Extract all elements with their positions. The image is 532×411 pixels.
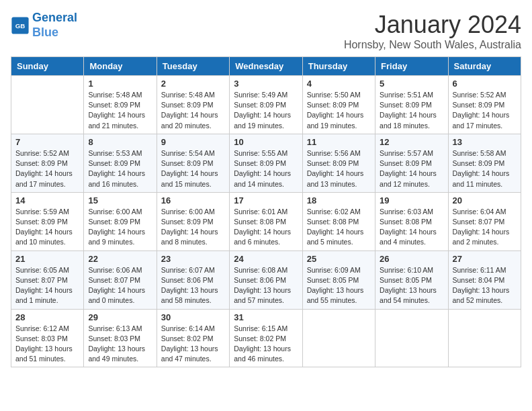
day-info: Sunrise: 6:04 AMSunset: 8:07 PMDaylight:… [453, 207, 517, 248]
calendar-cell: 14Sunrise: 5:59 AMSunset: 8:09 PMDayligh… [11, 192, 84, 250]
day-number: 11 [307, 137, 371, 147]
day-info: Sunrise: 5:55 AMSunset: 8:09 PMDaylight:… [234, 148, 298, 189]
day-number: 20 [453, 195, 517, 205]
day-info: Sunrise: 5:58 AMSunset: 8:09 PMDaylight:… [453, 148, 517, 189]
day-info: Sunrise: 5:57 AMSunset: 8:09 PMDaylight:… [380, 148, 443, 189]
day-info: Sunrise: 6:09 AMSunset: 8:05 PMDaylight:… [307, 265, 371, 306]
calendar-cell: 3Sunrise: 5:49 AMSunset: 8:09 PMDaylight… [230, 76, 302, 134]
day-info: Sunrise: 6:11 AMSunset: 8:04 PMDaylight:… [453, 265, 517, 306]
calendar-subtitle: Hornsby, New South Wales, Australia [344, 39, 521, 51]
day-info: Sunrise: 6:08 AMSunset: 8:06 PMDaylight:… [234, 265, 298, 306]
weekday-header-friday: Friday [375, 57, 448, 76]
calendar-cell: 13Sunrise: 5:58 AMSunset: 8:09 PMDayligh… [448, 134, 521, 192]
calendar-cell: 29Sunrise: 6:13 AMSunset: 8:03 PMDayligh… [84, 309, 157, 367]
day-number: 22 [88, 254, 152, 264]
day-info: Sunrise: 5:52 AMSunset: 8:09 PMDaylight:… [15, 148, 79, 189]
day-number: 4 [307, 79, 371, 89]
day-info: Sunrise: 5:51 AMSunset: 8:09 PMDaylight:… [380, 90, 443, 131]
day-info: Sunrise: 6:02 AMSunset: 8:08 PMDaylight:… [307, 207, 371, 248]
calendar-cell: 15Sunrise: 6:00 AMSunset: 8:09 PMDayligh… [84, 192, 157, 250]
day-info: Sunrise: 6:00 AMSunset: 8:09 PMDaylight:… [161, 207, 225, 248]
day-number: 30 [161, 312, 225, 322]
weekday-header-row: SundayMondayTuesdayWednesdayThursdayFrid… [11, 57, 521, 76]
day-info: Sunrise: 6:13 AMSunset: 8:03 PMDaylight:… [88, 324, 152, 365]
calendar-week-row: 1Sunrise: 5:48 AMSunset: 8:09 PMDaylight… [11, 76, 521, 134]
calendar-cell: 10Sunrise: 5:55 AMSunset: 8:09 PMDayligh… [230, 134, 302, 192]
calendar-week-row: 28Sunrise: 6:12 AMSunset: 8:03 PMDayligh… [11, 309, 521, 367]
calendar-cell: 4Sunrise: 5:50 AMSunset: 8:09 PMDaylight… [302, 76, 375, 134]
day-number: 14 [15, 195, 79, 205]
day-number: 3 [234, 79, 298, 89]
weekday-header-saturday: Saturday [448, 57, 521, 76]
calendar-cell: 22Sunrise: 6:06 AMSunset: 8:07 PMDayligh… [84, 250, 157, 309]
calendar-cell: 2Sunrise: 5:48 AMSunset: 8:09 PMDaylight… [157, 76, 229, 134]
calendar-week-row: 7Sunrise: 5:52 AMSunset: 8:09 PMDaylight… [11, 134, 521, 192]
day-info: Sunrise: 5:59 AMSunset: 8:09 PMDaylight:… [15, 207, 79, 248]
logo-text: GeneralBlue [32, 11, 77, 40]
calendar-cell: 17Sunrise: 6:01 AMSunset: 8:08 PMDayligh… [230, 192, 302, 250]
day-number: 16 [161, 195, 225, 205]
day-number: 6 [453, 79, 517, 89]
day-number: 7 [15, 137, 79, 147]
day-info: Sunrise: 6:06 AMSunset: 8:07 PMDaylight:… [88, 265, 152, 306]
weekday-header-wednesday: Wednesday [230, 57, 302, 76]
day-number: 13 [453, 137, 517, 147]
calendar-cell: 18Sunrise: 6:02 AMSunset: 8:08 PMDayligh… [302, 192, 375, 250]
calendar-cell: 16Sunrise: 6:00 AMSunset: 8:09 PMDayligh… [157, 192, 229, 250]
day-number: 10 [234, 137, 298, 147]
day-info: Sunrise: 5:48 AMSunset: 8:09 PMDaylight:… [161, 90, 225, 131]
day-info: Sunrise: 6:07 AMSunset: 8:06 PMDaylight:… [161, 265, 225, 306]
calendar-week-row: 21Sunrise: 6:05 AMSunset: 8:07 PMDayligh… [11, 250, 521, 309]
weekday-header-sunday: Sunday [11, 57, 84, 76]
day-number: 24 [234, 254, 298, 264]
day-number: 15 [88, 195, 152, 205]
calendar-cell [11, 76, 84, 134]
calendar-cell: 27Sunrise: 6:11 AMSunset: 8:04 PMDayligh… [448, 250, 521, 309]
day-info: Sunrise: 6:01 AMSunset: 8:08 PMDaylight:… [234, 207, 298, 248]
day-number: 25 [307, 254, 371, 264]
day-info: Sunrise: 6:14 AMSunset: 8:02 PMDaylight:… [161, 324, 225, 365]
calendar-title: January 2024 [344, 11, 521, 39]
day-info: Sunrise: 6:05 AMSunset: 8:07 PMDaylight:… [15, 265, 79, 306]
calendar-cell: 31Sunrise: 6:15 AMSunset: 8:02 PMDayligh… [230, 309, 302, 367]
calendar-cell: 23Sunrise: 6:07 AMSunset: 8:06 PMDayligh… [157, 250, 229, 309]
day-info: Sunrise: 5:56 AMSunset: 8:09 PMDaylight:… [307, 148, 371, 189]
calendar-cell: 7Sunrise: 5:52 AMSunset: 8:09 PMDaylight… [11, 134, 84, 192]
calendar-cell: 25Sunrise: 6:09 AMSunset: 8:05 PMDayligh… [302, 250, 375, 309]
day-number: 17 [234, 195, 298, 205]
calendar-cell [302, 309, 375, 367]
calendar-cell: 21Sunrise: 6:05 AMSunset: 8:07 PMDayligh… [11, 250, 84, 309]
calendar-table: SundayMondayTuesdayWednesdayThursdayFrid… [11, 56, 521, 367]
day-info: Sunrise: 5:49 AMSunset: 8:09 PMDaylight:… [234, 90, 298, 131]
weekday-header-thursday: Thursday [302, 57, 375, 76]
day-info: Sunrise: 6:00 AMSunset: 8:09 PMDaylight:… [88, 207, 152, 248]
day-info: Sunrise: 5:48 AMSunset: 8:09 PMDaylight:… [88, 90, 152, 131]
day-number: 9 [161, 137, 225, 147]
calendar-cell: 6Sunrise: 5:52 AMSunset: 8:09 PMDaylight… [448, 76, 521, 134]
calendar-cell: 19Sunrise: 6:03 AMSunset: 8:08 PMDayligh… [375, 192, 448, 250]
svg-text:GB: GB [15, 22, 26, 30]
page-header: GB GeneralBlue January 2024 Hornsby, New… [11, 11, 521, 51]
calendar-cell: 1Sunrise: 5:48 AMSunset: 8:09 PMDaylight… [84, 76, 157, 134]
day-number: 1 [88, 79, 152, 89]
calendar-cell [375, 309, 448, 367]
day-number: 8 [88, 137, 152, 147]
logo: GB GeneralBlue [11, 11, 77, 40]
day-number: 28 [15, 312, 79, 322]
day-info: Sunrise: 6:03 AMSunset: 8:08 PMDaylight:… [380, 207, 443, 248]
day-info: Sunrise: 5:54 AMSunset: 8:09 PMDaylight:… [161, 148, 225, 189]
day-number: 26 [380, 254, 443, 264]
day-info: Sunrise: 6:10 AMSunset: 8:05 PMDaylight:… [380, 265, 443, 306]
day-number: 5 [380, 79, 443, 89]
calendar-cell: 5Sunrise: 5:51 AMSunset: 8:09 PMDaylight… [375, 76, 448, 134]
logo-icon: GB [11, 16, 30, 35]
calendar-cell: 28Sunrise: 6:12 AMSunset: 8:03 PMDayligh… [11, 309, 84, 367]
calendar-cell: 8Sunrise: 5:53 AMSunset: 8:09 PMDaylight… [84, 134, 157, 192]
calendar-cell: 26Sunrise: 6:10 AMSunset: 8:05 PMDayligh… [375, 250, 448, 309]
day-number: 27 [453, 254, 517, 264]
day-info: Sunrise: 6:15 AMSunset: 8:02 PMDaylight:… [234, 324, 298, 365]
calendar-week-row: 14Sunrise: 5:59 AMSunset: 8:09 PMDayligh… [11, 192, 521, 250]
day-number: 23 [161, 254, 225, 264]
calendar-cell: 12Sunrise: 5:57 AMSunset: 8:09 PMDayligh… [375, 134, 448, 192]
day-number: 29 [88, 312, 152, 322]
